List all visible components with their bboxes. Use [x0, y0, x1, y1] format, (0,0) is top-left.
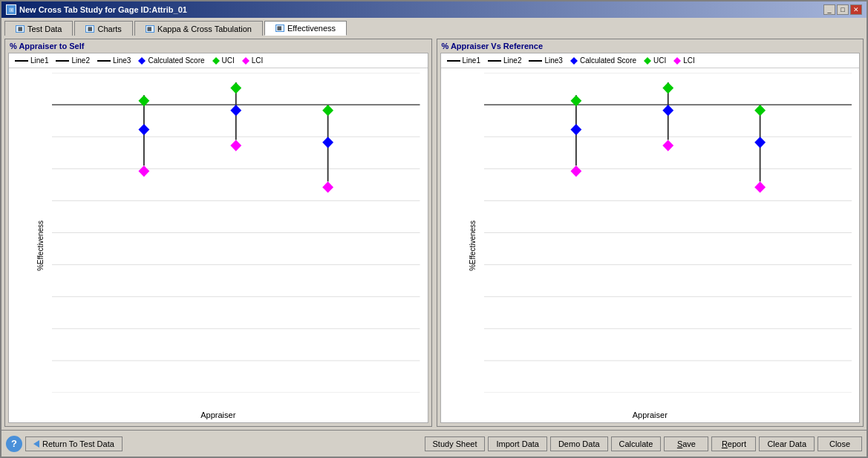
window-title: New Cross Tab Study for Gage ID:Attrib_0… — [19, 5, 187, 14]
tab-test-data[interactable]: ▦ Test Data — [4, 21, 73, 36]
svg-marker-35 — [322, 137, 333, 148]
tab-effectiveness-icon: ▦ — [275, 24, 284, 32]
right-chart-inner: Line1 Line2 Line3 Calculated Score — [440, 53, 861, 423]
right-legend-calculated-score-label: Calculated Score — [580, 56, 636, 65]
right-chart-panel: % Appraiser Vs Reference Line1 Line2 — [437, 39, 864, 427]
right-chart-legend: Line1 Line2 Line3 Calculated Score — [441, 53, 860, 68]
svg-marker-2 — [242, 57, 249, 65]
legend-line3-label: Line3 — [113, 56, 131, 65]
left-y-axis-label: %Effectiveness — [36, 220, 45, 270]
tab-kappa-label: Kappa & Cross Tabulation — [157, 24, 252, 33]
maximize-button[interactable]: □ — [837, 4, 849, 15]
return-to-test-data-label: Return To Test Data — [42, 439, 114, 448]
svg-marker-29 — [138, 166, 149, 177]
right-chart-svg: 100 % 90 % 80 % 70 % 60 % 50 % 40 % 30 %… — [484, 73, 852, 393]
svg-marker-43 — [673, 57, 681, 65]
svg-marker-0 — [138, 57, 146, 65]
calculate-button[interactable]: Calculate — [611, 436, 662, 451]
tab-charts-label: Charts — [97, 24, 121, 33]
right-y-axis-label: %Effectiveness — [468, 220, 476, 270]
legend-calculated-score-label: Calculated Score — [148, 56, 204, 65]
left-chart-inner: Line1 Line2 Line3 Calculated Score — [8, 53, 428, 423]
svg-marker-68 — [570, 124, 581, 135]
import-data-button[interactable]: Import Data — [488, 436, 546, 451]
right-legend-lci: LCI — [673, 56, 695, 65]
tab-kappa-icon: ▦ — [146, 25, 154, 33]
svg-marker-76 — [754, 137, 766, 148]
right-legend-lci-label: LCI — [683, 56, 695, 65]
report-underline: R — [722, 439, 728, 448]
clear-data-button[interactable]: Clear Data — [759, 436, 815, 451]
right-legend-line2: Line2 — [488, 56, 521, 65]
svg-marker-33 — [230, 140, 241, 151]
main-window: ⊞ New Cross Tab Study for Gage ID:Attrib… — [0, 0, 868, 458]
svg-marker-36 — [322, 105, 333, 116]
left-x-axis-label: Appraiser — [200, 410, 235, 419]
tab-effectiveness-label: Effectiveness — [287, 24, 336, 33]
svg-marker-73 — [662, 82, 673, 94]
save-label-rest: ave — [682, 439, 696, 448]
svg-marker-31 — [230, 105, 241, 116]
right-legend-line2-label: Line2 — [503, 56, 521, 65]
minimize-button[interactable]: _ — [823, 4, 835, 15]
tab-bar: ▦ Test Data ▦ Charts ▦ Kappa & Cross Tab… — [1, 18, 867, 36]
study-sheet-button[interactable]: Study Sheet — [425, 436, 486, 451]
close-button[interactable]: Close — [818, 436, 862, 451]
legend-lci: LCI — [242, 56, 264, 65]
left-chart-svg: 100 % 90 % 80 % 70 % 60 % 50 % 40 % 30 %… — [52, 73, 420, 393]
left-chart-panel: % Appraiser to Self Line1 Line2 — [4, 39, 432, 427]
svg-marker-78 — [754, 182, 766, 193]
legend-line3: Line3 — [97, 56, 131, 65]
legend-uci-label: UCI — [222, 56, 235, 65]
right-legend-line1: Line1 — [447, 56, 480, 65]
app-icon: ⊞ — [6, 4, 16, 15]
tab-charts-icon: ▦ — [85, 25, 94, 33]
title-bar: ⊞ New Cross Tab Study for Gage ID:Attrib… — [1, 1, 867, 18]
legend-line2-label: Line2 — [71, 56, 89, 65]
title-bar-left: ⊞ New Cross Tab Study for Gage ID:Attrib… — [6, 4, 187, 15]
svg-marker-70 — [570, 166, 581, 177]
svg-marker-72 — [662, 105, 673, 116]
demo-data-button[interactable]: Demo Data — [550, 436, 608, 451]
right-legend-calculated-score: Calculated Score — [570, 56, 636, 65]
legend-lci-label: LCI — [252, 56, 264, 65]
right-legend-line1-label: Line1 — [463, 56, 480, 65]
return-to-test-data-button[interactable]: Return To Test Data — [25, 436, 123, 451]
right-legend-line3-label: Line3 — [544, 56, 562, 65]
charts-container: % Appraiser to Self Line1 Line2 — [4, 39, 864, 427]
svg-marker-42 — [644, 57, 651, 65]
right-legend-uci: UCI — [644, 56, 666, 65]
help-button[interactable]: ? — [6, 436, 22, 452]
legend-line2: Line2 — [56, 56, 89, 65]
legend-line1: Line1 — [15, 56, 48, 65]
footer-bar: ? Return To Test Data Study Sheet Import… — [1, 430, 867, 457]
return-arrow-icon — [33, 440, 39, 448]
svg-marker-1 — [212, 57, 220, 65]
right-x-axis-label: Appraiser — [633, 410, 668, 419]
close-window-button[interactable]: ✕ — [850, 4, 862, 15]
svg-marker-77 — [754, 105, 766, 116]
legend-calculated-score: Calculated Score — [138, 56, 204, 65]
tab-test-data-label: Test Data — [27, 24, 62, 33]
content-area: % Appraiser to Self Line1 Line2 — [1, 36, 867, 430]
right-chart-title: % Appraiser Vs Reference — [437, 39, 864, 53]
legend-uci: UCI — [212, 56, 235, 65]
save-button[interactable]: Save — [664, 436, 708, 451]
svg-marker-37 — [322, 182, 333, 193]
svg-marker-32 — [230, 82, 241, 94]
report-label-rest: eport — [728, 439, 746, 448]
legend-line1-label: Line1 — [30, 56, 48, 65]
svg-marker-41 — [570, 57, 578, 65]
svg-marker-74 — [662, 140, 673, 151]
tab-kappa[interactable]: ▦ Kappa & Cross Tabulation — [134, 21, 263, 36]
left-chart-legend: Line1 Line2 Line3 Calculated Score — [9, 53, 428, 68]
tab-charts[interactable]: ▦ Charts — [74, 21, 132, 36]
svg-marker-27 — [138, 124, 149, 135]
report-button[interactable]: Report — [711, 436, 756, 451]
right-legend-uci-label: UCI — [653, 56, 666, 65]
title-controls: _ □ ✕ — [823, 4, 862, 15]
tab-effectiveness[interactable]: ▦ Effectiveness — [264, 21, 347, 36]
right-legend-line3: Line3 — [529, 56, 562, 65]
left-chart-title: % Appraiser to Self — [5, 39, 431, 53]
tab-test-data-icon: ▦ — [16, 25, 25, 33]
